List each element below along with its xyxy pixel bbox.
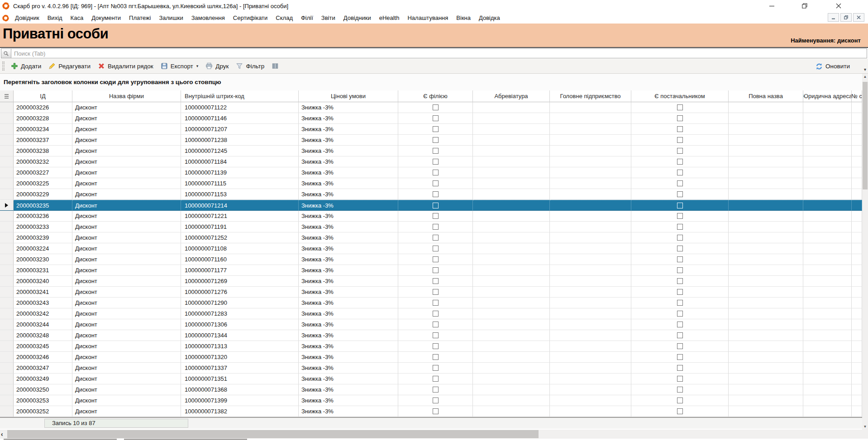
cell-certificate[interactable] [852, 374, 862, 384]
cell-is-supplier-checkbox[interactable] [677, 365, 683, 371]
cell-abbreviation[interactable] [473, 156, 550, 167]
cell-id[interactable]: 2000003229 [14, 189, 72, 200]
cell-abbreviation[interactable] [473, 178, 550, 189]
cell-abbreviation[interactable] [473, 211, 550, 222]
menu-item-8[interactable]: Склад [272, 13, 297, 23]
cell-firm[interactable]: Дисконт [72, 330, 181, 341]
cell-id[interactable]: 2000003227 [14, 167, 72, 178]
cell-id[interactable]: 2000003232 [14, 156, 72, 167]
cell-barcode[interactable]: 1000000071160 [181, 254, 299, 265]
cell-firm[interactable]: Дисконт [72, 135, 181, 146]
cell-legal-address[interactable] [803, 189, 852, 200]
cell-is-supplier-checkbox[interactable] [677, 376, 683, 382]
cell-is-branch-checkbox[interactable] [433, 311, 439, 317]
cell-price-terms[interactable]: Знижка -3% [299, 200, 398, 211]
cell-parent-company[interactable] [550, 395, 631, 406]
cell-abbreviation[interactable] [473, 406, 550, 417]
cell-parent-company[interactable] [550, 330, 631, 341]
table-row[interactable]: 2000003242Дисконт1000000071283Знижка -3% [0, 308, 862, 319]
menu-item-0[interactable]: Довідник [11, 13, 43, 23]
cell-price-terms[interactable]: Знижка -3% [299, 254, 398, 265]
cell-firm[interactable]: Дисконт [72, 406, 181, 417]
cell-certificate[interactable] [852, 276, 862, 287]
cell-firm[interactable]: Дисконт [72, 276, 181, 287]
cell-parent-company[interactable] [550, 200, 631, 211]
cell-full-name[interactable] [729, 135, 803, 146]
cell-price-terms[interactable]: Знижка -3% [299, 124, 398, 135]
cell-barcode[interactable]: 1000000071290 [181, 298, 299, 308]
mdi-close-button[interactable] [853, 13, 864, 22]
cell-firm[interactable]: Дисконт [72, 178, 181, 189]
cell-is-supplier[interactable] [631, 363, 729, 374]
cell-certificate[interactable] [852, 341, 862, 352]
cell-is-branch-checkbox[interactable] [433, 408, 439, 414]
group-by-panel[interactable]: Перетягніть заголовок колонки сюди для у… [0, 74, 868, 90]
cell-price-terms[interactable]: Знижка -3% [299, 211, 398, 222]
cell-legal-address[interactable] [803, 167, 852, 178]
cell-abbreviation[interactable] [473, 352, 550, 363]
cell-full-name[interactable] [729, 178, 803, 189]
cell-firm[interactable]: Дисконт [72, 146, 181, 156]
cell-is-supplier[interactable] [631, 167, 729, 178]
cell-is-branch[interactable] [398, 308, 473, 319]
cell-id[interactable]: 2000003231 [14, 265, 72, 276]
cell-price-terms[interactable]: Знижка -3% [299, 189, 398, 200]
cell-price-terms[interactable]: Знижка -3% [299, 265, 398, 276]
menu-item-1[interactable]: Вихід [43, 13, 67, 23]
cell-legal-address[interactable] [803, 363, 852, 374]
cell-is-supplier[interactable] [631, 146, 729, 156]
cell-barcode[interactable]: 1000000071306 [181, 319, 299, 330]
cell-is-branch[interactable] [398, 222, 473, 232]
cell-is-branch-checkbox[interactable] [433, 267, 439, 273]
table-row[interactable]: 2000003237Дисконт1000000071238Знижка -3% [0, 135, 862, 146]
cell-is-supplier-checkbox[interactable] [677, 213, 683, 219]
cell-is-branch-checkbox[interactable] [433, 137, 439, 143]
cell-barcode[interactable]: 1000000071344 [181, 330, 299, 341]
cell-is-supplier[interactable] [631, 341, 729, 352]
cell-is-branch[interactable] [398, 265, 473, 276]
menu-item-14[interactable]: Вікна [452, 13, 475, 23]
cell-is-branch-checkbox[interactable] [433, 159, 439, 165]
cell-is-supplier-checkbox[interactable] [677, 235, 683, 241]
cell-is-branch[interactable] [398, 319, 473, 330]
cell-is-supplier-checkbox[interactable] [677, 354, 683, 360]
table-row[interactable]: 2000003225Дисконт1000000071115Знижка -3% [0, 178, 862, 189]
cell-certificate[interactable] [852, 124, 862, 135]
cell-legal-address[interactable] [803, 308, 852, 319]
cell-is-supplier-checkbox[interactable] [677, 387, 683, 393]
cell-id[interactable]: 2000003250 [14, 384, 72, 395]
cell-firm[interactable]: Дисконт [72, 124, 181, 135]
cell-is-branch[interactable] [398, 330, 473, 341]
cell-firm[interactable]: Дисконт [72, 156, 181, 167]
table-row[interactable]: 2000003241Дисконт1000000071276Знижка -3% [0, 287, 862, 298]
cell-certificate[interactable] [852, 254, 862, 265]
cell-price-terms[interactable]: Знижка -3% [299, 167, 398, 178]
cell-certificate[interactable] [852, 222, 862, 232]
cell-is-branch[interactable] [398, 102, 473, 113]
cell-id[interactable]: 2000003230 [14, 254, 72, 265]
cell-barcode[interactable]: 1000000071337 [181, 363, 299, 374]
cell-is-supplier[interactable] [631, 254, 729, 265]
cell-full-name[interactable] [729, 406, 803, 417]
cell-is-branch[interactable] [398, 178, 473, 189]
cell-is-branch[interactable] [398, 298, 473, 308]
cell-price-terms[interactable]: Знижка -3% [299, 232, 398, 243]
cell-firm[interactable]: Дисконт [72, 211, 181, 222]
cell-full-name[interactable] [729, 395, 803, 406]
cell-price-terms[interactable]: Знижка -3% [299, 384, 398, 395]
cell-is-supplier[interactable] [631, 384, 729, 395]
cell-barcode[interactable]: 1000000071320 [181, 352, 299, 363]
cell-legal-address[interactable] [803, 298, 852, 308]
cell-full-name[interactable] [729, 211, 803, 222]
cell-abbreviation[interactable] [473, 287, 550, 298]
cell-is-supplier[interactable] [631, 395, 729, 406]
cell-firm[interactable]: Дисконт [72, 287, 181, 298]
cell-parent-company[interactable] [550, 102, 631, 113]
toolbar-grip-handle[interactable] [2, 62, 5, 71]
cell-parent-company[interactable] [550, 341, 631, 352]
menu-item-11[interactable]: Довідники [339, 13, 375, 23]
table-row[interactable]: 2000003243Дисконт1000000071290Знижка -3% [0, 298, 862, 308]
cell-barcode[interactable]: 1000000071184 [181, 156, 299, 167]
cell-is-branch[interactable] [398, 189, 473, 200]
table-row[interactable]: 2000003253Дисконт1000000071399Знижка -3% [0, 395, 862, 406]
